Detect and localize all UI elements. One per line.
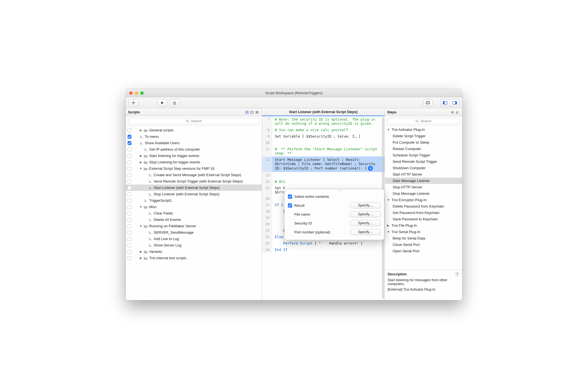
- code-line[interactable]: 13: [262, 172, 385, 178]
- disclosure-icon[interactable]: ▼: [387, 230, 390, 233]
- script-row[interactable]: SERVER_SendMessage: [126, 229, 262, 236]
- disclosure-icon[interactable]: ▶: [139, 256, 143, 260]
- code-line[interactable]: 10: [262, 139, 385, 146]
- include-checkbox[interactable]: [128, 231, 131, 235]
- steps-tree[interactable]: ▼Troi Activator Plug-InDelete Script Tri…: [385, 126, 462, 270]
- steps-search-input[interactable]: Search: [387, 118, 460, 124]
- step-item[interactable]: Delete Password from Keychain: [385, 203, 462, 210]
- disclosure-icon[interactable]: ▼: [139, 167, 143, 170]
- include-checkbox[interactable]: [128, 199, 131, 203]
- script-row[interactable]: Show Available Users: [126, 140, 262, 146]
- include-checkbox[interactable]: [128, 135, 131, 139]
- include-checkbox[interactable]: [128, 256, 131, 260]
- include-checkbox[interactable]: [128, 128, 131, 132]
- script-row[interactable]: Add Line to Log: [126, 236, 262, 242]
- script-row[interactable]: Send Remote Script Trigger (with Externa…: [126, 178, 262, 184]
- option-checkbox[interactable]: [288, 194, 292, 199]
- include-checkbox[interactable]: [128, 205, 131, 209]
- windows-button[interactable]: [423, 99, 433, 106]
- include-checkbox[interactable]: [128, 167, 131, 171]
- new-script-button[interactable]: [129, 99, 138, 106]
- favorite-icon[interactable]: ☆: [450, 110, 455, 115]
- specify-button[interactable]: Specify…: [350, 211, 381, 217]
- include-checkbox[interactable]: [128, 141, 131, 145]
- script-row[interactable]: Delete All Events: [126, 216, 262, 223]
- code-line[interactable]: 9Set Variable [ $$SecurityID ; Value: I……: [262, 133, 385, 139]
- include-checkbox[interactable]: [128, 211, 131, 215]
- list-options-icon[interactable]: [255, 110, 260, 115]
- step-item[interactable]: Get Password from Keychain: [385, 210, 462, 216]
- disclosure-icon[interactable]: ▶: [139, 154, 143, 157]
- zoom-icon[interactable]: [140, 91, 144, 95]
- include-checkbox[interactable]: [128, 224, 131, 228]
- step-item[interactable]: Open Serial Port: [385, 248, 462, 254]
- include-checkbox[interactable]: [128, 154, 131, 158]
- step-item[interactable]: Restart Computer: [385, 146, 462, 152]
- include-checkbox[interactable]: [128, 218, 131, 222]
- scripts-search-input[interactable]: Search: [128, 118, 260, 124]
- debug-button[interactable]: [170, 99, 179, 106]
- step-item[interactable]: Schedule Script Trigger: [385, 152, 462, 158]
- include-checkbox[interactable]: [128, 173, 131, 177]
- include-checkbox[interactable]: [128, 186, 131, 190]
- code-line[interactable]: 11# ** Perform the "Start Message Listen…: [262, 146, 385, 156]
- left-pane-toggle[interactable]: [440, 99, 450, 106]
- new-folder-icon[interactable]: [250, 110, 255, 115]
- code-line[interactable]: 23 Perform Script [ " Handle errors" ]: [262, 240, 385, 246]
- disclosure-icon[interactable]: ▶: [139, 161, 143, 164]
- gear-icon[interactable]: [368, 166, 373, 171]
- step-group[interactable]: ▼Troi Serial Plug-In: [385, 229, 462, 235]
- editor-tab[interactable]: Start Listener (with External Script Ste…: [262, 108, 385, 116]
- folder-row[interactable]: ▶Stop Listening for trigger events: [126, 159, 262, 165]
- specify-button[interactable]: Specify…: [350, 202, 381, 208]
- include-checkbox[interactable]: [128, 179, 131, 183]
- include-checkbox[interactable]: [128, 160, 131, 164]
- include-checkbox[interactable]: [128, 243, 131, 247]
- script-row[interactable]: TriggerScript1: [126, 197, 262, 204]
- disclosure-icon[interactable]: ▼: [139, 225, 143, 228]
- folder-row[interactable]: ▶Start listening for trigger events: [126, 153, 262, 159]
- code-line[interactable]: 7# Note: the security ID is optional. Th…: [262, 116, 385, 127]
- include-checkbox[interactable]: [128, 192, 131, 196]
- step-item[interactable]: Stop Message Listener: [385, 190, 462, 197]
- include-checkbox[interactable]: [128, 148, 131, 151]
- disclosure-icon[interactable]: ▶: [139, 250, 143, 253]
- folder-row[interactable]: ▼Misc: [126, 204, 262, 210]
- code-line[interactable]: 12Start Message Listener [ Select ; Resu…: [262, 156, 385, 172]
- script-row[interactable]: Create and Send Message (with External S…: [126, 172, 262, 178]
- disclosure-icon[interactable]: ▼: [387, 198, 390, 201]
- specify-button[interactable]: Specify…: [350, 220, 381, 226]
- specify-button[interactable]: Specify…: [350, 229, 381, 235]
- disclosure-icon[interactable]: ▶: [139, 129, 143, 132]
- scripts-menu-icon[interactable]: [245, 110, 250, 115]
- scripts-tree[interactable]: ▶General scriptsTo menuShow Available Us…: [126, 126, 262, 300]
- folder-row[interactable]: ▶Troi internal test scripts: [126, 255, 262, 261]
- help-icon[interactable]: ?: [455, 272, 459, 276]
- run-button[interactable]: [158, 99, 167, 106]
- script-row[interactable]: Get IP address of this computer: [126, 146, 262, 153]
- step-group[interactable]: ▼Troi Encryptor Plug-In: [385, 197, 462, 203]
- code-line[interactable]: 24End If: [262, 246, 385, 253]
- minimize-icon[interactable]: [135, 91, 138, 95]
- script-row[interactable]: Clear Fields: [126, 210, 262, 216]
- include-checkbox[interactable]: [128, 237, 131, 241]
- disclosure-icon[interactable]: ▼: [387, 128, 390, 131]
- code-line[interactable]: 8# You can make a nice calc yourself.: [262, 127, 385, 133]
- script-row[interactable]: To menu: [126, 133, 262, 140]
- step-item[interactable]: Stop HTTP Server: [385, 184, 462, 190]
- folder-row[interactable]: ▼Running on FileMaker Server: [126, 223, 262, 229]
- script-row[interactable]: Show Server Log: [126, 242, 262, 248]
- right-pane-toggle[interactable]: [450, 99, 459, 106]
- step-item[interactable]: Save Password to Keychain: [385, 216, 462, 222]
- step-group[interactable]: ▼Troi Activator Plug-In: [385, 126, 462, 133]
- close-icon[interactable]: [129, 91, 133, 95]
- folder-row[interactable]: ▶General scripts: [126, 127, 262, 133]
- disclosure-icon[interactable]: ▼: [139, 205, 143, 208]
- script-row[interactable]: Start Listener (with External Script Ste…: [126, 184, 262, 191]
- step-item[interactable]: Put Computer to Sleep: [385, 139, 462, 146]
- sort-icon[interactable]: az: [455, 110, 460, 115]
- script-row[interactable]: Stop Listener (with External Script Step…: [126, 191, 262, 197]
- step-group[interactable]: ▶Troi File Plug-In: [385, 222, 462, 229]
- option-checkbox[interactable]: [288, 203, 292, 208]
- folder-row[interactable]: ▶Variants: [126, 248, 262, 255]
